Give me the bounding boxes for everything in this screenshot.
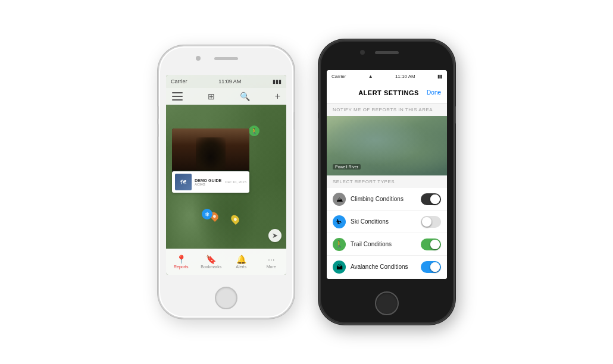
power-white <box>293 112 295 130</box>
avalanche-icon: 🏔 <box>333 261 346 274</box>
white-phone-screen: Carrier 11:09 AM ▮▮▮ ⊞ 🔍 + 🚶 <box>166 75 286 275</box>
report-list: ⛰ Climbing Conditions ⛷ Ski Conditions <box>327 188 447 279</box>
power-black <box>454 106 456 124</box>
report-row-trail: 🚶 Trail Conditions <box>327 233 447 256</box>
speaker-black <box>375 51 399 54</box>
nav-bookmarks[interactable]: 🔖 Bookmarks <box>196 255 227 269</box>
alert-settings-screen: Carrier ▲ 11:10 AM ▮▮ ALERT SETTINGS Don… <box>327 70 447 279</box>
nav-alerts-label: Alerts <box>236 265 246 269</box>
black-phone-screen: Carrier ▲ 11:10 AM ▮▮ ALERT SETTINGS Don… <box>327 70 447 279</box>
nav-bookmarks-label: Bookmarks <box>201 265 221 269</box>
report-row-ski: ⛷ Ski Conditions <box>327 211 447 233</box>
nav-more[interactable]: ··· More <box>257 255 287 269</box>
more-icon: ··· <box>266 255 277 263</box>
guide-text: DEMO GUIDE ACMG <box>195 178 225 186</box>
climbing-icon: ⛰ <box>333 193 346 206</box>
white-phone: Carrier 11:09 AM ▮▮▮ ⊞ 🔍 + 🚶 <box>158 45 295 319</box>
battery-black: ▮▮ <box>437 74 442 79</box>
time-white: 11:09 AM <box>218 79 241 84</box>
map-thumbnail: Powell River <box>327 116 447 175</box>
vol-down-black <box>318 118 320 131</box>
guide-card[interactable]: 🗺 DEMO GUIDE ACMG Dec 10, 2015 <box>172 171 249 193</box>
trail-label: Trail Conditions <box>351 241 421 247</box>
ski-label: Ski Conditions <box>351 218 421 225</box>
nav-alerts[interactable]: 🔔 Alerts <box>226 255 257 269</box>
search-icon[interactable]: 🔍 <box>240 92 250 101</box>
hiker-icon: 🚶 <box>249 125 259 136</box>
layers-icon[interactable]: ⊞ <box>208 92 215 101</box>
trail-icon: 🚶 <box>333 238 346 251</box>
reports-icon: 📍 <box>176 255 186 263</box>
notify-section: NOTIFY ME OF REPORTS IN THIS AREA <box>327 103 447 116</box>
report-row-access: ⚠ Access Issues <box>327 278 447 279</box>
alert-header: ALERT SETTINGS Done <box>327 82 447 103</box>
camera-black <box>360 50 365 55</box>
menu-icon[interactable] <box>172 92 183 101</box>
carrier-white: Carrier <box>171 79 187 84</box>
guide-subtitle: ACMG <box>195 183 225 186</box>
gps-button[interactable]: ➤ <box>268 229 282 242</box>
vol-up-white <box>157 106 159 119</box>
notify-label: NOTIFY ME OF REPORTS IN THIS AREA <box>333 107 433 112</box>
speaker-white <box>214 57 238 60</box>
add-icon[interactable]: + <box>275 91 280 102</box>
wildlife-image <box>172 128 249 170</box>
nav-more-label: More <box>267 265 276 269</box>
nav-reports[interactable]: 📍 Reports <box>166 255 196 269</box>
map-background: Carrier 11:09 AM ▮▮▮ ⊞ 🔍 + 🚶 <box>166 75 286 275</box>
avalanche-label: Avalanche Conditions <box>351 263 421 270</box>
camera-white <box>196 56 201 61</box>
trail-toggle[interactable] <box>421 239 441 250</box>
avalanche-toggle[interactable] <box>421 261 441 273</box>
map-place-label: Powell River <box>333 164 361 170</box>
ski-toggle[interactable] <box>421 216 441 228</box>
report-row-climbing: ⛰ Climbing Conditions <box>327 188 447 211</box>
time-black: 11:10 AM <box>395 74 415 79</box>
toolbar-white: ⊞ 🔍 + <box>166 88 286 105</box>
wifi-icon-black: ▲ <box>368 74 373 79</box>
guide-image: 🗺 <box>175 174 192 190</box>
bottom-nav-white: 📍 Reports 🔖 Bookmarks 🔔 Alerts ··· More <box>166 249 286 275</box>
climbing-toggle[interactable] <box>421 193 441 205</box>
guide-title: DEMO GUIDE <box>195 178 225 183</box>
phones-container: Carrier 11:09 AM ▮▮▮ ⊞ 🔍 + 🚶 <box>158 39 455 325</box>
home-button-white[interactable] <box>215 287 237 309</box>
report-row-avalanche: 🏔 Avalanche Conditions <box>327 256 447 278</box>
select-report-section: SELECT REPORT TYPES <box>327 175 447 188</box>
guide-date: Dec 10, 2015 <box>225 180 246 184</box>
carrier-black: Carrier <box>331 74 346 79</box>
black-phone: Carrier ▲ 11:10 AM ▮▮ ALERT SETTINGS Don… <box>318 39 455 325</box>
climbing-label: Climbing Conditions <box>351 196 421 202</box>
status-bar-black: Carrier ▲ 11:10 AM ▮▮ <box>327 70 447 82</box>
ski-icon: ⛷ <box>333 215 346 228</box>
select-label: SELECT REPORT TYPES <box>333 179 395 184</box>
done-button[interactable]: Done <box>427 89 441 96</box>
vol-down-white <box>157 124 159 137</box>
status-bar-white: Carrier 11:09 AM ▮▮▮ <box>166 75 286 88</box>
snowflake-icon: ❄ <box>202 209 212 219</box>
vol-up-black <box>318 100 320 113</box>
alert-settings-title: ALERT SETTINGS <box>351 89 427 96</box>
nav-reports-label: Reports <box>174 265 189 269</box>
bookmarks-icon: 🔖 <box>206 255 217 263</box>
home-button-black[interactable] <box>375 291 399 315</box>
alerts-icon: 🔔 <box>236 255 246 263</box>
battery-white: ▮▮▮ <box>273 79 282 84</box>
